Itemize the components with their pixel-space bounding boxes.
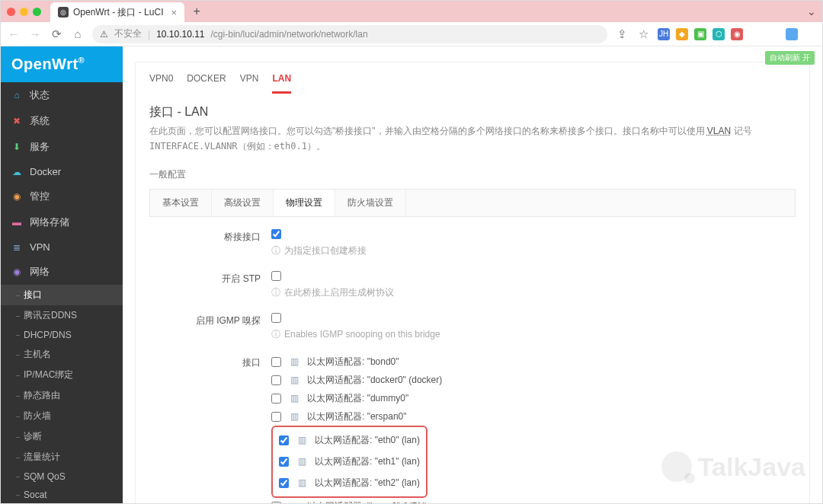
- interfaces-label: 接口: [149, 355, 271, 369]
- interface-option: ▥以太网适配器: "bond0": [271, 355, 796, 369]
- shield-icon: ◉: [11, 191, 22, 202]
- sidebar-subitem[interactable]: IP/MAC绑定: [1, 365, 123, 385]
- sidebar-subitem[interactable]: 流量统计: [1, 447, 123, 467]
- share-icon[interactable]: ⇪: [615, 27, 629, 41]
- sidebar-item-label: Docker: [30, 166, 61, 177]
- section-title-general: 一般配置: [136, 164, 809, 189]
- interface-checkbox[interactable]: [279, 435, 289, 445]
- interface-checkbox[interactable]: [271, 357, 281, 367]
- kebab-menu-icon[interactable]: ⋮: [804, 28, 816, 40]
- interface-text: 以太网适配器: "ipsec0" (VPN): [307, 500, 428, 503]
- stp-checkbox[interactable]: [271, 271, 281, 281]
- reload-icon[interactable]: ⟳: [50, 27, 63, 41]
- extension-icon[interactable]: ◆: [676, 28, 688, 40]
- extension-icon[interactable]: ⬡: [713, 28, 725, 40]
- minimize-window-icon[interactable]: [20, 8, 28, 16]
- sidebar: OpenWrt® ⌂状态✖系统⬇服务☁Docker◉管控▬网络存储≣VPN◉网络…: [1, 46, 123, 503]
- back-icon[interactable]: ←: [7, 27, 21, 40]
- download-icon: ⬇: [11, 142, 22, 152]
- profile-avatar-icon[interactable]: [786, 28, 798, 40]
- extension-icon[interactable]: ▣: [694, 28, 706, 40]
- igmp-hint: Enables IGMP snooping on this bridge: [271, 325, 796, 346]
- sidebar-subitem[interactable]: 腾讯云DDNS: [1, 305, 123, 326]
- sidebar-item[interactable]: ☁Docker: [1, 160, 123, 183]
- sidebar-item[interactable]: ◉管控: [1, 183, 123, 209]
- extension-icon[interactable]: ◉: [731, 28, 743, 40]
- interface-panel: VPN0DOCKERVPNLAN 接口 - LAN 在此页面，您可以配置网络接口…: [135, 62, 810, 503]
- interface-option: ▥以太网适配器: "ipsec0" (VPN): [271, 499, 796, 503]
- sidebar-item-label: 服务: [30, 140, 50, 154]
- sidebar-item[interactable]: ≣VPN: [1, 235, 123, 259]
- sidebar-subitem[interactable]: 接口: [1, 285, 123, 305]
- stp-label: 开启 STP: [149, 271, 271, 285]
- sidebar-subitem[interactable]: 主机名: [1, 344, 123, 365]
- sidebar-subitem[interactable]: DHCP/DNS: [1, 326, 123, 344]
- page-title: 接口 - LAN: [136, 94, 809, 123]
- interface-tab[interactable]: LAN: [272, 73, 291, 94]
- sidepanel-icon[interactable]: ◧: [767, 28, 780, 40]
- config-sub-tabs: 基本设置高级设置物理设置防火墙设置: [149, 189, 796, 217]
- address-bar[interactable]: ⚠ 不安全 | 10.10.10.11/cgi-bin/luci/admin/n…: [92, 25, 607, 43]
- sidebar-item[interactable]: ⌂状态: [1, 82, 123, 108]
- sidebar-subitem[interactable]: 静态路由: [1, 385, 123, 406]
- insecure-label: 不安全: [114, 27, 142, 40]
- page-content: OpenWrt® ⌂状态✖系统⬇服务☁Docker◉管控▬网络存储≣VPN◉网络…: [1, 46, 822, 503]
- favicon-icon: ◎: [58, 7, 69, 18]
- ethernet-adapter-icon: ▥: [289, 375, 299, 385]
- ethernet-adapter-icon: ▥: [289, 411, 299, 422]
- ethernet-adapter-icon: ▥: [289, 501, 299, 503]
- browser-tab[interactable]: ◎ OpenWrt - 接口 - LuCI ×: [50, 2, 184, 22]
- interface-tab[interactable]: VPN: [240, 73, 259, 94]
- sidebar-item[interactable]: ✖系统: [1, 108, 123, 134]
- interface-checkbox[interactable]: [279, 478, 289, 488]
- sidebar-item-label: 管控: [30, 190, 50, 203]
- interface-option: ▥以太网适配器: "eth1" (lan): [279, 453, 420, 471]
- interface-checkbox[interactable]: [271, 412, 281, 422]
- config-sub-tab[interactable]: 物理设置: [274, 190, 335, 216]
- browser-window: ◎ OpenWrt - 接口 - LuCI × + ⌄ ← → ⟳ ⌂ ⚠ 不安…: [0, 0, 823, 504]
- interface-tab[interactable]: VPN0: [149, 73, 173, 94]
- interface-text: 以太网适配器: "erspan0": [307, 410, 407, 423]
- sidebar-item[interactable]: ⬇服务: [1, 134, 123, 160]
- forward-icon[interactable]: →: [28, 27, 42, 40]
- sidebar-subitem[interactable]: 诊断: [1, 426, 123, 447]
- url-host: 10.10.10.11: [156, 29, 204, 40]
- ethernet-adapter-icon: ▥: [289, 356, 299, 367]
- igmp-label: 启用 IGMP 嗅探: [149, 313, 271, 327]
- close-window-icon[interactable]: [7, 8, 15, 16]
- interface-checkbox[interactable]: [279, 457, 289, 467]
- home-icon[interactable]: ⌂: [71, 27, 85, 40]
- extensions-puzzle-icon[interactable]: ✦: [749, 28, 761, 40]
- sidebar-item-label: 状态: [30, 88, 50, 102]
- interface-checkbox[interactable]: [271, 502, 281, 503]
- config-sub-tab[interactable]: 高级设置: [212, 190, 274, 216]
- sidebar-subitem[interactable]: 防火墙: [1, 406, 123, 426]
- interface-option: ▥以太网适配器: "docker0" (docker): [271, 373, 796, 388]
- interface-checkbox[interactable]: [271, 394, 281, 404]
- physical-settings-form: 桥接接口 为指定接口创建桥接 开启 STP 在此桥接上启用生: [136, 217, 809, 503]
- new-tab-button[interactable]: +: [189, 5, 204, 18]
- bridge-hint: 为指定接口创建桥接: [271, 241, 796, 262]
- sidebar-subitem[interactable]: SQM QoS: [1, 467, 123, 486]
- sidebar-subitem[interactable]: Socat: [1, 486, 123, 503]
- interface-checkbox[interactable]: [271, 375, 281, 385]
- config-sub-tab[interactable]: 基本设置: [150, 190, 212, 216]
- interface-tab[interactable]: DOCKER: [187, 73, 226, 94]
- insecure-warning-icon: ⚠: [100, 29, 108, 40]
- vlan-abbr: VLAN: [707, 126, 731, 136]
- bookmark-star-icon[interactable]: ☆: [636, 27, 650, 41]
- sidebar-item[interactable]: ◉网络: [1, 259, 123, 285]
- config-sub-tab[interactable]: 防火墙设置: [335, 190, 406, 216]
- brand-logo[interactable]: OpenWrt®: [1, 46, 123, 82]
- interface-text: 以太网适配器: "bond0": [307, 356, 399, 368]
- chevron-down-icon[interactable]: ⌄: [807, 5, 816, 18]
- zoom-window-icon[interactable]: [33, 8, 41, 16]
- home-icon: ⌂: [11, 90, 22, 100]
- tab-close-icon[interactable]: ×: [171, 7, 177, 18]
- interface-option: ▥以太网适配器: "dummy0": [271, 391, 796, 406]
- bridge-checkbox[interactable]: [271, 229, 281, 239]
- extension-icon[interactable]: JH: [658, 28, 670, 40]
- brand-text: OpenWrt: [11, 56, 78, 72]
- igmp-checkbox[interactable]: [271, 313, 281, 323]
- sidebar-item[interactable]: ▬网络存储: [1, 209, 123, 235]
